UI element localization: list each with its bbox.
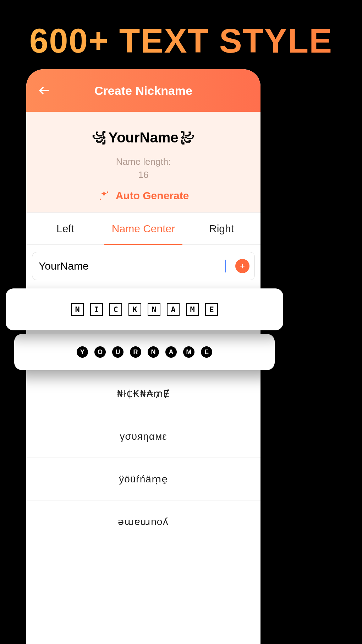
name-input[interactable]: YourName	[39, 260, 226, 272]
boxed-letter: N	[148, 303, 160, 316]
app-header: Create Nickname	[26, 69, 260, 112]
promo-title: 600+ TEXT STYLE	[0, 0, 362, 71]
boxed-letter: K	[128, 303, 141, 316]
circle-letter: U	[112, 346, 124, 358]
alignment-tabs: Left Name Center Right	[26, 213, 260, 245]
style-showcase-card-circled[interactable]: YOURNAME	[14, 334, 275, 370]
left-flourish: ꧁	[92, 130, 106, 146]
circle-letter: A	[165, 346, 177, 358]
name-length-label: Name length:	[33, 156, 253, 167]
sparkle-icon	[98, 190, 110, 202]
style-row[interactable]: ǝɯɐuɹnoʎ	[26, 500, 260, 543]
boxed-letter: A	[167, 303, 180, 316]
back-arrow-icon	[38, 84, 50, 97]
style-showcase-card-boxed[interactable]: NICKNAME	[6, 288, 283, 330]
auto-generate-button[interactable]: Auto Generate	[33, 190, 253, 202]
tab-right[interactable]: Right	[182, 213, 260, 244]
style-row[interactable]: γσυяηαмε	[26, 415, 260, 458]
back-button[interactable]	[36, 83, 52, 98]
boxed-letter: C	[109, 303, 122, 316]
circle-letter: M	[183, 346, 194, 358]
right-flourish: ꧁	[181, 130, 195, 146]
name-length-value: 16	[33, 169, 253, 180]
tab-name-center[interactable]: Name Center	[104, 213, 182, 244]
circle-letter: E	[201, 346, 212, 358]
svg-point-2	[100, 199, 101, 200]
boxed-letter: N	[71, 303, 84, 316]
input-row: YourName	[26, 245, 260, 287]
circle-letter: O	[94, 346, 106, 358]
text-caret	[225, 260, 226, 272]
plus-icon	[239, 263, 246, 269]
tab-left[interactable]: Left	[26, 213, 104, 244]
circle-letter: N	[148, 346, 159, 358]
style-row[interactable]: ÿöüŕńäṃȩ	[26, 458, 260, 500]
boxed-letter: I	[90, 303, 103, 316]
circle-letter: R	[130, 346, 141, 358]
boxed-letter: M	[186, 303, 199, 316]
style-row[interactable]: ₦ł₵₭₦₳₥Ɇ	[26, 373, 260, 415]
svg-point-1	[106, 191, 108, 193]
auto-generate-label: Auto Generate	[116, 190, 189, 202]
name-input-wrap[interactable]: YourName	[32, 252, 255, 280]
styled-name-preview: ꧁ YourName ꧁	[33, 130, 253, 146]
circle-letter: Y	[77, 346, 88, 358]
boxed-letter: E	[205, 303, 218, 316]
preview-area: ꧁ YourName ꧁ Name length: 16 Auto Genera…	[26, 112, 260, 213]
preview-name-text: YourName	[108, 130, 178, 146]
header-title: Create Nickname	[94, 84, 192, 98]
add-button[interactable]	[235, 259, 249, 273]
